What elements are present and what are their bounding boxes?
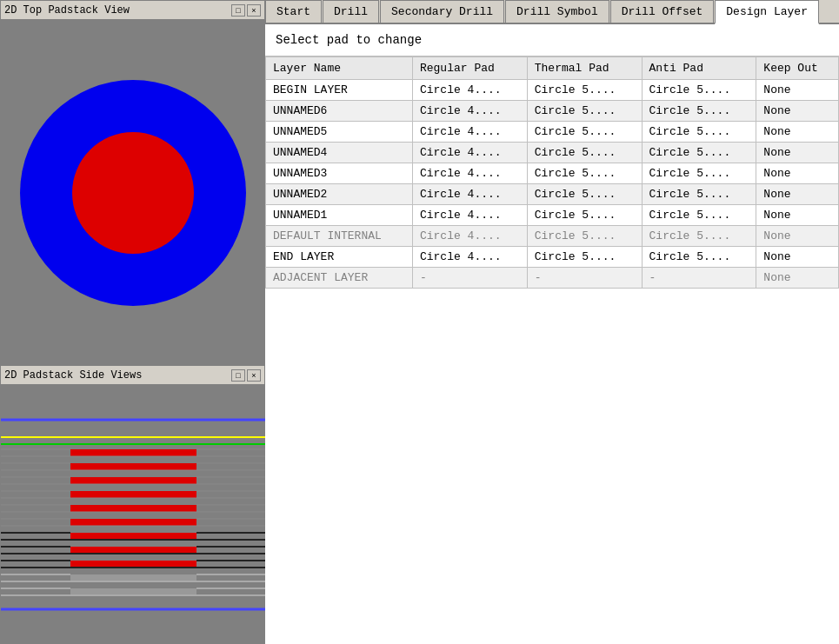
pad-table: Layer Name Regular Pad Thermal Pad Anti … [265,56,839,289]
table-row-anti-pad[interactable]: Circle 5.... [642,163,756,184]
top-panel-restore-button[interactable]: □ [231,4,245,17]
tab-secondary-drill[interactable]: Secondary Drill [380,0,504,23]
table-row-keepout[interactable]: None [756,247,839,268]
bottom-padstack-panel: 2D Padstack Side Views □ × [0,365,265,644]
svg-rect-24 [70,519,196,526]
pad-visualization [11,71,255,315]
table-row-layer-name[interactable]: ADJACENT LAYER [266,268,413,289]
svg-rect-36 [70,561,196,568]
table-row-anti-pad[interactable]: - [642,268,756,289]
tabs-bar: Start Drill Secondary Drill Drill Symbol… [265,0,839,24]
col-header-anti-pad: Anti Pad [642,57,756,80]
table-row-layer-name[interactable]: UNNAMED1 [266,205,413,226]
tab-design-layer[interactable]: Design Layer [715,0,819,24]
table-row-keepout[interactable]: None [756,163,839,184]
table-row-thermal-pad[interactable]: Circle 5.... [527,80,642,101]
svg-rect-20 [70,505,196,512]
svg-rect-4 [70,449,196,456]
table-row-keepout[interactable]: None [756,184,839,205]
table-row-keepout[interactable]: None [756,226,839,247]
table-row-layer-name[interactable]: DEFAULT INTERNAL [266,226,413,247]
top-panel-title: 2D Top Padstack View [4,4,130,17]
table-row-regular-pad[interactable]: Circle 4.... [412,184,527,205]
table-row-regular-pad[interactable]: Circle 4.... [412,163,527,184]
table-row-regular-pad[interactable]: Circle 4.... [412,247,527,268]
svg-rect-12 [70,477,196,484]
col-header-thermal-pad: Thermal Pad [527,57,642,80]
table-row-thermal-pad[interactable]: Circle 5.... [527,143,642,163]
right-panel: Start Drill Secondary Drill Drill Symbol… [265,0,839,644]
table-row-thermal-pad[interactable]: Circle 5.... [527,247,642,268]
table-row-anti-pad[interactable]: Circle 5.... [642,80,756,101]
table-row-thermal-pad[interactable]: Circle 5.... [527,205,642,226]
col-header-layer-name: Layer Name [266,57,413,80]
pad-view-area [1,20,264,366]
bottom-panel-titlebar: 2D Padstack Side Views □ × [1,366,264,385]
table-row-thermal-pad[interactable]: - [527,268,642,289]
table-row-anti-pad[interactable]: Circle 5.... [642,205,756,226]
table-row-regular-pad[interactable]: Circle 4.... [412,205,527,226]
table-row-regular-pad[interactable]: Circle 4.... [412,143,527,163]
table-row-anti-pad[interactable]: Circle 5.... [642,184,756,205]
side-view-svg [1,385,266,644]
bottom-panel-restore-button[interactable]: □ [231,369,245,382]
table-row-thermal-pad[interactable]: Circle 5.... [527,163,642,184]
table-row-regular-pad[interactable]: Circle 4.... [412,122,527,143]
svg-rect-8 [70,463,196,470]
table-row-thermal-pad[interactable]: Circle 5.... [527,101,642,122]
table-row-anti-pad[interactable]: Circle 5.... [642,143,756,163]
bottom-panel-title: 2D Padstack Side Views [4,369,142,382]
col-header-keepout: Keep Out [756,57,839,80]
table-row-layer-name[interactable]: UNNAMED4 [266,143,413,163]
table-row-anti-pad[interactable]: Circle 5.... [642,247,756,268]
svg-rect-28 [70,533,196,540]
top-panel-titlebar: 2D Top Padstack View □ × [1,1,264,20]
tab-drill[interactable]: Drill [323,0,379,23]
table-row-regular-pad[interactable]: Circle 4.... [412,101,527,122]
table-row-anti-pad[interactable]: Circle 5.... [642,101,756,122]
table-row-layer-name[interactable]: END LAYER [266,247,413,268]
tab-start[interactable]: Start [265,0,322,23]
tab-drill-offset[interactable]: Drill Offset [610,0,715,23]
table-row-anti-pad[interactable]: Circle 5.... [642,122,756,143]
svg-rect-44 [70,588,196,595]
side-view-area [1,385,264,644]
svg-rect-0 [1,385,266,644]
top-padstack-panel: 2D Top Padstack View □ × [0,0,265,365]
table-row-layer-name[interactable]: UNNAMED3 [266,163,413,184]
tab-drill-symbol[interactable]: Drill Symbol [505,0,609,23]
table-row-layer-name[interactable]: BEGIN LAYER [266,80,413,101]
table-row-keepout[interactable]: None [756,143,839,163]
svg-rect-16 [70,491,196,498]
bottom-panel-close-button[interactable]: × [247,369,261,382]
table-row-layer-name[interactable]: UNNAMED6 [266,101,413,122]
pad-table-container: Layer Name Regular Pad Thermal Pad Anti … [265,56,839,289]
table-row-layer-name[interactable]: UNNAMED5 [266,122,413,143]
table-row-keepout[interactable]: None [756,101,839,122]
instruction-text: Select pad to change [265,24,839,56]
table-row-regular-pad[interactable]: Circle 4.... [412,80,527,101]
svg-rect-40 [70,574,196,581]
bottom-panel-controls: □ × [231,369,261,382]
table-row-keepout[interactable]: None [756,80,839,101]
table-row-keepout[interactable]: None [756,268,839,289]
table-row-anti-pad[interactable]: Circle 5.... [642,226,756,247]
col-header-regular-pad: Regular Pad [412,57,527,80]
table-row-thermal-pad[interactable]: Circle 5.... [527,122,642,143]
table-row-keepout[interactable]: None [756,122,839,143]
table-row-thermal-pad[interactable]: Circle 5.... [527,226,642,247]
table-row-regular-pad[interactable]: - [412,268,527,289]
regular-pad-circle [72,132,194,254]
top-panel-close-button[interactable]: × [247,4,261,17]
table-row-layer-name[interactable]: UNNAMED2 [266,184,413,205]
svg-rect-32 [70,547,196,554]
top-panel-controls: □ × [231,4,261,17]
table-row-regular-pad[interactable]: Circle 4.... [412,226,527,247]
table-row-keepout[interactable]: None [756,205,839,226]
table-row-thermal-pad[interactable]: Circle 5.... [527,184,642,205]
